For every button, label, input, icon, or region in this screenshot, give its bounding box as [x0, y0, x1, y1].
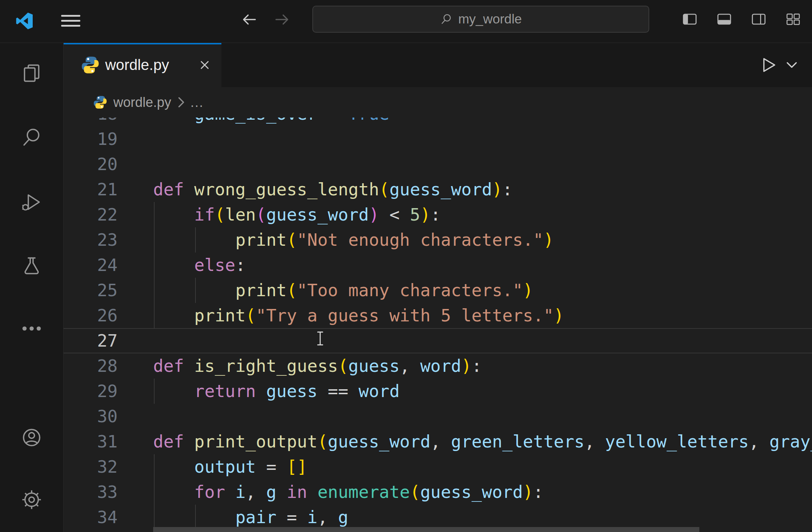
token: ): [461, 356, 472, 376]
token: g: [266, 482, 276, 502]
horizontal-scrollbar[interactable]: [153, 527, 699, 532]
indent-guide: [154, 379, 155, 404]
line-number[interactable]: 28: [64, 353, 118, 379]
breadcrumb: wordle.py ...: [64, 87, 812, 118]
line-number[interactable]: 33: [64, 479, 118, 505]
code-line-34[interactable]: 34 pair = i, g: [64, 505, 812, 530]
line-number[interactable]: 26: [64, 303, 118, 328]
token: =: [317, 118, 348, 124]
editor-group: wordle.py wordle.py ... 18 game_: [64, 43, 812, 532]
line-number[interactable]: 25: [64, 278, 118, 303]
code-line-24[interactable]: 24 else:: [64, 253, 812, 278]
code-line-29[interactable]: 29 return guess == word: [64, 379, 812, 404]
code-line-25[interactable]: 25 print("Too many characters."): [64, 278, 812, 303]
token: guess_word: [328, 431, 430, 451]
line-number[interactable]: 29: [64, 379, 118, 404]
line-number[interactable]: 34: [64, 505, 118, 530]
indent-guide: [195, 278, 196, 303]
code-line-18[interactable]: 18 game_is_over = True: [64, 118, 812, 126]
token: "Too many characters.": [297, 280, 523, 300]
line-number[interactable]: 31: [64, 429, 118, 454]
token: [153, 305, 194, 325]
code-line-21[interactable]: 21def wrong_guess_length(guess_word):: [64, 177, 812, 202]
back-arrow-icon[interactable]: [241, 11, 257, 28]
layout-controls: [682, 11, 801, 27]
line-number[interactable]: 21: [64, 177, 118, 202]
activity-item-accounts[interactable]: [20, 426, 43, 449]
toggle-sidebar-right-icon[interactable]: [751, 11, 767, 27]
code-lines: 18 game_is_over = True192021def wrong_gu…: [64, 118, 812, 530]
run-dropdown-chevron-icon[interactable]: [786, 61, 797, 69]
indent-guide: [154, 202, 155, 227]
code-line-23[interactable]: 23 print("Not enough characters."): [64, 227, 812, 253]
activity-item-run-debug[interactable]: [20, 191, 43, 213]
token: =: [276, 507, 307, 527]
code-line-31[interactable]: 31def print_output(guess_word, green_let…: [64, 429, 812, 454]
token: def: [153, 431, 184, 451]
token: (: [379, 179, 389, 199]
run-button[interactable]: [761, 57, 777, 73]
activity-item-search[interactable]: [20, 126, 43, 149]
code-line-19[interactable]: 19: [64, 126, 812, 152]
tab-wordle-py[interactable]: wordle.py: [64, 43, 221, 87]
token: ==: [317, 381, 359, 401]
token: def: [153, 356, 184, 376]
code-content: for i, g in enumerate(guess_word):: [153, 479, 812, 505]
token: [184, 356, 194, 376]
line-number[interactable]: 20: [64, 152, 118, 177]
line-number[interactable]: 24: [64, 253, 118, 278]
indent-guide: [154, 505, 155, 530]
menu-icon[interactable]: [61, 15, 80, 28]
customize-layout-icon[interactable]: [785, 11, 801, 27]
token: ,: [246, 482, 266, 502]
token: :: [502, 179, 513, 199]
close-icon[interactable]: [198, 58, 211, 72]
python-file-icon: [81, 56, 99, 74]
activity-item-explorer[interactable]: [20, 62, 43, 85]
token: output: [194, 457, 256, 477]
code-line-20[interactable]: 20: [64, 152, 812, 177]
line-number[interactable]: 32: [64, 454, 118, 479]
line-number[interactable]: 23: [64, 227, 118, 253]
code-line-22[interactable]: 22 if(len(guess_word) < 5):: [64, 202, 812, 227]
code-line-30[interactable]: 30: [64, 404, 812, 429]
code-line-32[interactable]: 32 output = []: [64, 454, 812, 479]
activity-item-manage[interactable]: [20, 488, 43, 511]
line-number[interactable]: 19: [64, 126, 118, 152]
token: [153, 230, 235, 250]
token: "Not enough characters.": [297, 230, 544, 250]
activity-item-more[interactable]: [20, 317, 43, 340]
forward-arrow-icon[interactable]: [274, 11, 290, 28]
token: :: [533, 482, 543, 502]
token: (: [410, 482, 420, 502]
token: i: [235, 482, 246, 502]
breadcrumb-symbol[interactable]: ...: [190, 95, 204, 110]
token: :: [430, 205, 441, 224]
code-viewport[interactable]: 18 game_is_over = True192021def wrong_gu…: [64, 118, 812, 532]
code-content: pair = i, g: [153, 505, 812, 530]
toggle-sidebar-left-icon[interactable]: [682, 11, 698, 27]
code-line-27[interactable]: 27: [64, 328, 812, 353]
token: in: [287, 482, 307, 502]
breadcrumb-file[interactable]: wordle.py: [113, 95, 171, 110]
search-box[interactable]: my_wordle: [312, 6, 649, 33]
debug-icon: [20, 191, 43, 213]
activity-item-testing[interactable]: [20, 255, 43, 277]
token: [307, 482, 318, 502]
token: ): [554, 305, 564, 325]
toggle-panel-icon[interactable]: [716, 11, 732, 27]
code-line-28[interactable]: 28def is_right_guess(guess, word):: [64, 353, 812, 379]
token: wrong_guess_length: [194, 179, 379, 199]
account-icon: [20, 426, 43, 449]
line-number[interactable]: 27: [64, 328, 118, 353]
chevron-right-icon: [178, 97, 185, 108]
line-number[interactable]: 30: [64, 404, 118, 429]
token: [276, 482, 287, 502]
indent-guide: [154, 253, 155, 278]
code-line-33[interactable]: 33 for i, g in enumerate(guess_word):: [64, 479, 812, 505]
token: i: [307, 507, 317, 527]
code-line-26[interactable]: 26 print("Try a guess with 5 letters."): [64, 303, 812, 328]
line-number[interactable]: 18: [64, 118, 118, 126]
token: ,: [400, 356, 420, 376]
line-number[interactable]: 22: [64, 202, 118, 227]
